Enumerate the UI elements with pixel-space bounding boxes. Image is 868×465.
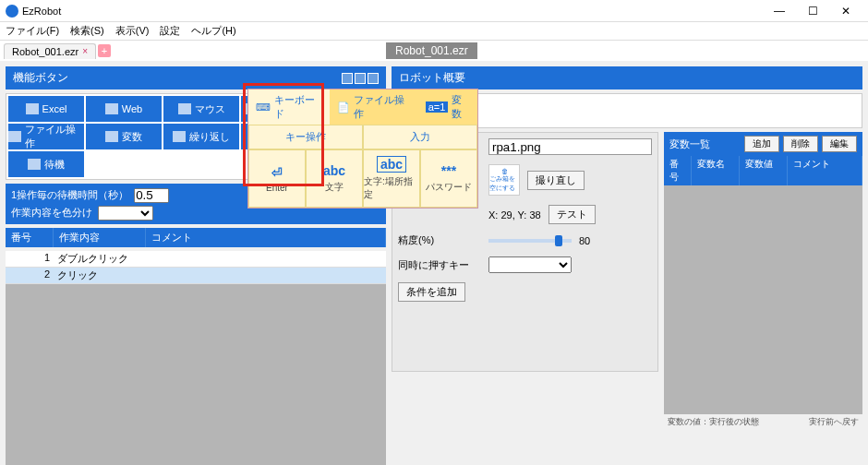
wait-label: 1操作毎の待機時間（秒）	[11, 188, 128, 202]
overview-title: ロボット概要	[399, 70, 465, 86]
menu-search[interactable]: 検索(S)	[70, 24, 104, 38]
var-edit-button[interactable]: 編集	[822, 136, 857, 152]
th-comment: コメント	[146, 228, 386, 247]
char-button[interactable]: abc 文字	[306, 149, 363, 208]
vars-reset-button[interactable]: 実行前へ戻す	[809, 416, 859, 428]
repeat-icon	[173, 131, 186, 142]
img-file-input[interactable]	[488, 138, 652, 155]
keyboard-icon: ⌨	[256, 101, 271, 113]
file-icon: 📄	[337, 101, 350, 113]
vars-title: 変数一覧	[669, 137, 741, 151]
retake-button[interactable]: 撮り直し	[527, 171, 585, 190]
tab-close-icon[interactable]: ×	[82, 46, 88, 56]
var-del-button[interactable]: 削除	[783, 136, 818, 152]
enter-icon: ⏎	[271, 165, 283, 180]
app-logo-icon	[6, 5, 18, 18]
subtab-keyop[interactable]: キー操作	[248, 125, 363, 149]
app-title: EzRobot	[22, 6, 61, 17]
var-button[interactable]: 変数	[86, 124, 162, 149]
keyboard-popup: ⌨キーボード 📄ファイル操作 a=1変数 キー操作 入力 ⏎ Enter abc…	[247, 89, 478, 209]
tabbar: Robot_001.ezr × + Robot_001.ezr	[0, 41, 868, 61]
th-no: 番号	[6, 228, 54, 247]
file-tab[interactable]: Robot_001.ezr ×	[4, 43, 96, 59]
popup-tab-keyboard[interactable]: ⌨キーボード	[248, 89, 330, 125]
slider-thumb[interactable]	[555, 235, 562, 246]
menu-help[interactable]: ヘルプ(H)	[191, 24, 235, 38]
vars-footer: 変数の値：実行後の状態 実行前へ戻す	[664, 414, 862, 430]
var-icon: a=1	[426, 101, 449, 113]
minimize-button[interactable]: —	[763, 5, 796, 18]
web-button[interactable]: Web	[86, 96, 162, 122]
wait-button[interactable]: 待機	[8, 151, 84, 177]
tab-add-button[interactable]: +	[98, 44, 111, 57]
menubar: ファイル(F) 検索(S) 表示(V) 設定 ヘルプ(H)	[0, 22, 868, 41]
enter-key-button[interactable]: ⏎ Enter	[248, 149, 306, 208]
fileop-button[interactable]: ファイル操作	[8, 124, 84, 149]
color-select[interactable]	[98, 206, 153, 221]
layout-box-1[interactable]	[342, 73, 353, 84]
globe-icon	[105, 103, 118, 114]
mouse-button[interactable]: マウス	[163, 96, 239, 122]
layout-box-2[interactable]	[355, 73, 366, 84]
titlebar: EzRobot — ☐ ✕	[0, 0, 868, 22]
excel-icon	[26, 103, 39, 114]
table-header: 番号 作業内容 コメント	[6, 228, 386, 247]
pause-icon	[28, 159, 41, 170]
excel-button[interactable]: Excel	[8, 96, 84, 122]
var-add-button[interactable]: 追加	[744, 136, 779, 152]
menu-settings[interactable]: 設定	[160, 24, 180, 38]
mouse-icon	[178, 103, 191, 114]
file-icon	[8, 131, 21, 142]
var-icon	[105, 131, 118, 142]
maximize-button[interactable]: ☐	[796, 5, 829, 18]
vars-columns: 番号 変数名 変数値 コメント	[664, 156, 862, 185]
accuracy-label: 精度(%)	[398, 233, 481, 247]
password-button[interactable]: *** パスワード	[420, 149, 477, 208]
subtab-input[interactable]: 入力	[363, 125, 477, 149]
color-label: 作業内容を色分け	[11, 206, 92, 220]
func-panel-title: 機能ボタン	[13, 70, 68, 86]
table-row[interactable]: 2クリック	[6, 268, 386, 284]
layout-box-3[interactable]	[368, 73, 379, 84]
add-condition-button[interactable]: 条件を追加	[398, 282, 465, 302]
th-work: 作業内容	[54, 228, 146, 247]
wait-input[interactable]	[134, 188, 169, 203]
vars-body[interactable]	[664, 185, 862, 414]
menu-file[interactable]: ファイル(F)	[6, 24, 59, 38]
center-filename: Robot_001.ezr	[386, 42, 477, 59]
coords-text: X: 29, Y: 38	[488, 209, 541, 221]
popup-tab-fileop[interactable]: 📄ファイル操作	[330, 89, 418, 125]
popup-tab-var[interactable]: a=1変数	[418, 89, 477, 125]
test-button[interactable]: テスト	[549, 205, 596, 224]
tab-label: Robot_001.ezr	[12, 46, 78, 57]
close-button[interactable]: ✕	[829, 5, 862, 18]
accuracy-slider[interactable]	[488, 239, 572, 243]
overview-header: ロボット概要	[392, 66, 862, 89]
simul-key-select[interactable]	[488, 256, 572, 273]
char-location-button[interactable]: abc 文字:場所指定	[363, 149, 420, 208]
trash-icon: 🗑	[501, 168, 508, 174]
accuracy-value: 80	[579, 235, 590, 246]
func-panel-header: 機能ボタン	[6, 66, 386, 89]
repeat-button[interactable]: 繰り返し	[163, 124, 239, 149]
target-thumbnail[interactable]: 🗑 ごみ箱を空にする	[488, 164, 520, 196]
table-body[interactable]: 1ダブルクリック 2クリック	[6, 251, 386, 465]
menu-view[interactable]: 表示(V)	[115, 24, 150, 38]
simul-key-label: 同時に押すキー	[398, 258, 481, 272]
vars-header: 変数一覧 追加 削除 編集	[664, 132, 862, 156]
table-row[interactable]: 1ダブルクリック	[6, 251, 386, 268]
